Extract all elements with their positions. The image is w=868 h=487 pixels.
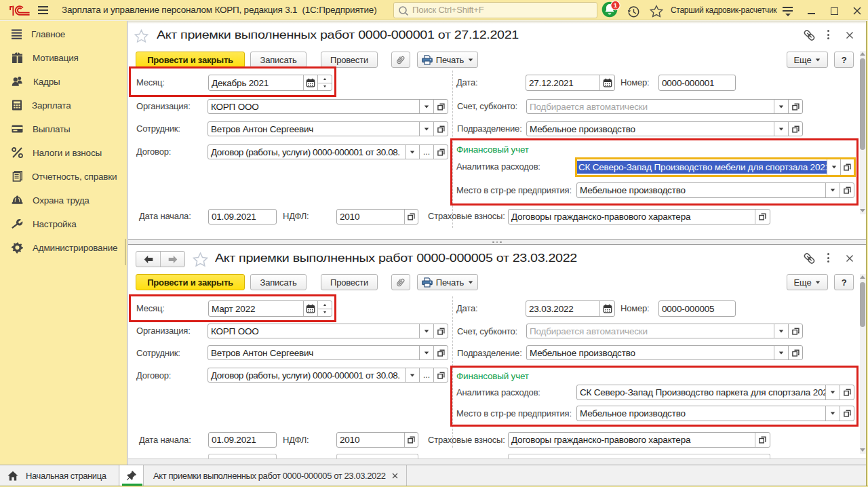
svg-text:1: 1 (614, 1, 618, 9)
